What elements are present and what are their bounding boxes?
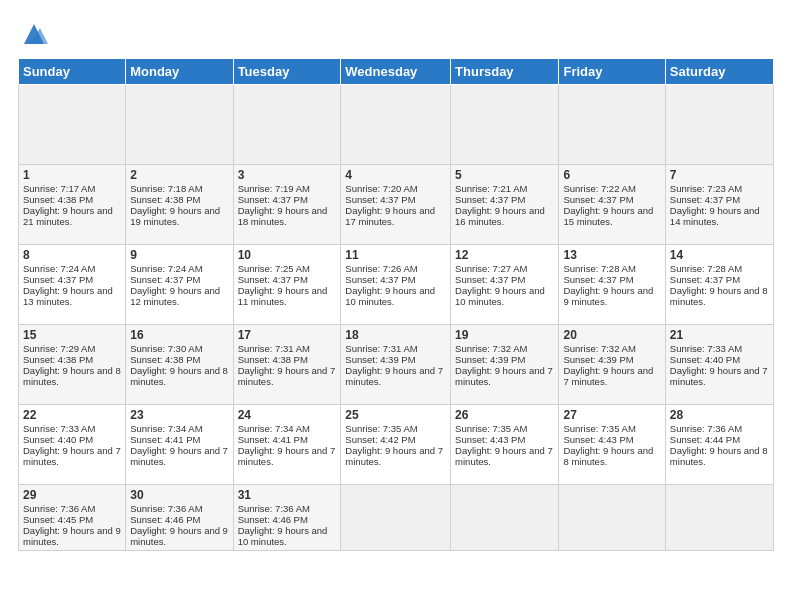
day-number: 4 <box>345 168 446 182</box>
sunrise-label: Sunrise: 7:24 AM <box>130 263 202 274</box>
sunrise-label: Sunrise: 7:22 AM <box>563 183 635 194</box>
day-number: 7 <box>670 168 769 182</box>
sunset-label: Sunset: 4:38 PM <box>23 194 93 205</box>
calendar-cell: 17Sunrise: 7:31 AMSunset: 4:38 PMDayligh… <box>233 325 341 405</box>
day-number: 21 <box>670 328 769 342</box>
day-number: 13 <box>563 248 660 262</box>
sunrise-label: Sunrise: 7:29 AM <box>23 343 95 354</box>
day-number: 29 <box>23 488 121 502</box>
calendar-cell <box>665 85 773 165</box>
sunrise-label: Sunrise: 7:31 AM <box>238 343 310 354</box>
calendar-cell: 16Sunrise: 7:30 AMSunset: 4:38 PMDayligh… <box>126 325 233 405</box>
day-number: 11 <box>345 248 446 262</box>
calendar-cell <box>559 485 665 551</box>
sunset-label: Sunset: 4:42 PM <box>345 434 415 445</box>
day-number: 20 <box>563 328 660 342</box>
calendar-cell: 31Sunrise: 7:36 AMSunset: 4:46 PMDayligh… <box>233 485 341 551</box>
calendar-cell: 1Sunrise: 7:17 AMSunset: 4:38 PMDaylight… <box>19 165 126 245</box>
sunrise-label: Sunrise: 7:33 AM <box>670 343 742 354</box>
sunrise-label: Sunrise: 7:35 AM <box>455 423 527 434</box>
daylight-label: Daylight: 9 hours and 7 minutes. <box>563 365 653 387</box>
sunset-label: Sunset: 4:37 PM <box>670 274 740 285</box>
sunset-label: Sunset: 4:37 PM <box>130 274 200 285</box>
day-number: 9 <box>130 248 228 262</box>
calendar-cell: 18Sunrise: 7:31 AMSunset: 4:39 PMDayligh… <box>341 325 451 405</box>
daylight-label: Daylight: 9 hours and 7 minutes. <box>345 445 443 467</box>
calendar-cell: 23Sunrise: 7:34 AMSunset: 4:41 PMDayligh… <box>126 405 233 485</box>
daylight-label: Daylight: 9 hours and 7 minutes. <box>455 445 553 467</box>
calendar-cell: 6Sunrise: 7:22 AMSunset: 4:37 PMDaylight… <box>559 165 665 245</box>
day-number: 27 <box>563 408 660 422</box>
daylight-label: Daylight: 9 hours and 7 minutes. <box>670 365 768 387</box>
daylight-label: Daylight: 9 hours and 17 minutes. <box>345 205 435 227</box>
calendar-cell: 15Sunrise: 7:29 AMSunset: 4:38 PMDayligh… <box>19 325 126 405</box>
sunset-label: Sunset: 4:37 PM <box>23 274 93 285</box>
sunset-label: Sunset: 4:44 PM <box>670 434 740 445</box>
daylight-label: Daylight: 9 hours and 15 minutes. <box>563 205 653 227</box>
daylight-label: Daylight: 9 hours and 19 minutes. <box>130 205 220 227</box>
calendar-cell <box>665 485 773 551</box>
sunset-label: Sunset: 4:38 PM <box>130 194 200 205</box>
weekday-header-tuesday: Tuesday <box>233 59 341 85</box>
sunrise-label: Sunrise: 7:21 AM <box>455 183 527 194</box>
calendar-cell: 5Sunrise: 7:21 AMSunset: 4:37 PMDaylight… <box>451 165 559 245</box>
calendar-cell <box>341 85 451 165</box>
daylight-label: Daylight: 9 hours and 8 minutes. <box>130 365 228 387</box>
calendar-cell: 13Sunrise: 7:28 AMSunset: 4:37 PMDayligh… <box>559 245 665 325</box>
calendar-cell <box>451 485 559 551</box>
day-number: 6 <box>563 168 660 182</box>
day-number: 15 <box>23 328 121 342</box>
calendar-cell <box>233 85 341 165</box>
weekday-header-row: SundayMondayTuesdayWednesdayThursdayFrid… <box>19 59 774 85</box>
day-number: 25 <box>345 408 446 422</box>
daylight-label: Daylight: 9 hours and 10 minutes. <box>455 285 545 307</box>
daylight-label: Daylight: 9 hours and 7 minutes. <box>238 365 336 387</box>
sunrise-label: Sunrise: 7:32 AM <box>455 343 527 354</box>
daylight-label: Daylight: 9 hours and 21 minutes. <box>23 205 113 227</box>
sunrise-label: Sunrise: 7:28 AM <box>563 263 635 274</box>
daylight-label: Daylight: 9 hours and 11 minutes. <box>238 285 328 307</box>
day-number: 2 <box>130 168 228 182</box>
daylight-label: Daylight: 9 hours and 18 minutes. <box>238 205 328 227</box>
daylight-label: Daylight: 9 hours and 7 minutes. <box>23 445 121 467</box>
daylight-label: Daylight: 9 hours and 16 minutes. <box>455 205 545 227</box>
sunset-label: Sunset: 4:45 PM <box>23 514 93 525</box>
daylight-label: Daylight: 9 hours and 7 minutes. <box>455 365 553 387</box>
calendar-table: SundayMondayTuesdayWednesdayThursdayFrid… <box>18 58 774 551</box>
day-number: 8 <box>23 248 121 262</box>
header <box>18 18 774 48</box>
day-number: 22 <box>23 408 121 422</box>
calendar-cell <box>19 85 126 165</box>
sunrise-label: Sunrise: 7:36 AM <box>130 503 202 514</box>
sunrise-label: Sunrise: 7:34 AM <box>238 423 310 434</box>
daylight-label: Daylight: 9 hours and 13 minutes. <box>23 285 113 307</box>
sunset-label: Sunset: 4:37 PM <box>345 194 415 205</box>
sunset-label: Sunset: 4:37 PM <box>345 274 415 285</box>
calendar-cell: 11Sunrise: 7:26 AMSunset: 4:37 PMDayligh… <box>341 245 451 325</box>
calendar-cell: 8Sunrise: 7:24 AMSunset: 4:37 PMDaylight… <box>19 245 126 325</box>
weekday-header-saturday: Saturday <box>665 59 773 85</box>
sunrise-label: Sunrise: 7:27 AM <box>455 263 527 274</box>
logo-icon <box>20 20 48 48</box>
sunset-label: Sunset: 4:37 PM <box>238 274 308 285</box>
calendar-cell: 20Sunrise: 7:32 AMSunset: 4:39 PMDayligh… <box>559 325 665 405</box>
calendar-cell: 26Sunrise: 7:35 AMSunset: 4:43 PMDayligh… <box>451 405 559 485</box>
calendar-cell: 25Sunrise: 7:35 AMSunset: 4:42 PMDayligh… <box>341 405 451 485</box>
daylight-label: Daylight: 9 hours and 8 minutes. <box>23 365 121 387</box>
weekday-header-sunday: Sunday <box>19 59 126 85</box>
daylight-label: Daylight: 9 hours and 7 minutes. <box>238 445 336 467</box>
calendar-cell: 30Sunrise: 7:36 AMSunset: 4:46 PMDayligh… <box>126 485 233 551</box>
calendar-cell: 14Sunrise: 7:28 AMSunset: 4:37 PMDayligh… <box>665 245 773 325</box>
daylight-label: Daylight: 9 hours and 10 minutes. <box>345 285 435 307</box>
calendar-cell <box>559 85 665 165</box>
sunrise-label: Sunrise: 7:24 AM <box>23 263 95 274</box>
sunrise-label: Sunrise: 7:25 AM <box>238 263 310 274</box>
sunrise-label: Sunrise: 7:35 AM <box>345 423 417 434</box>
calendar-cell <box>341 485 451 551</box>
sunset-label: Sunset: 4:37 PM <box>455 274 525 285</box>
weekday-header-friday: Friday <box>559 59 665 85</box>
calendar-cell: 9Sunrise: 7:24 AMSunset: 4:37 PMDaylight… <box>126 245 233 325</box>
sunset-label: Sunset: 4:41 PM <box>130 434 200 445</box>
sunrise-label: Sunrise: 7:36 AM <box>670 423 742 434</box>
daylight-label: Daylight: 9 hours and 9 minutes. <box>23 525 121 547</box>
